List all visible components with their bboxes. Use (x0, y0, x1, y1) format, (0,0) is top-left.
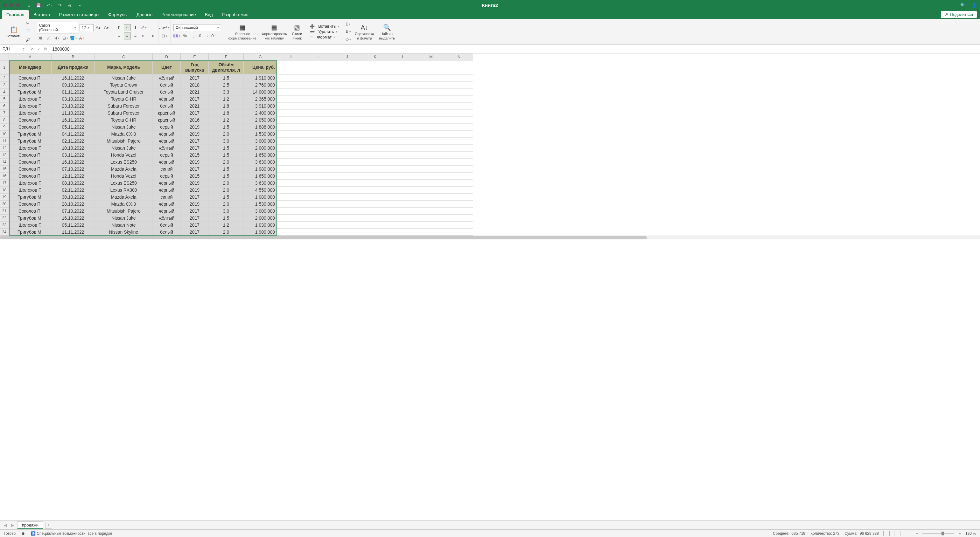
cell[interactable] (305, 229, 333, 236)
view-page-layout-icon[interactable] (894, 531, 900, 536)
cell[interactable]: жёлтый (153, 145, 181, 151)
cell[interactable] (389, 110, 417, 116)
row-header[interactable]: 23 (0, 221, 9, 229)
cell[interactable] (389, 186, 417, 194)
ribbon-tab[interactable]: Данные (132, 10, 157, 19)
cell[interactable]: чёрный (153, 137, 181, 145)
cell[interactable]: Nissan Juke (95, 215, 153, 221)
cell[interactable] (277, 180, 305, 186)
cell[interactable] (305, 96, 333, 102)
cell[interactable]: Mitsubishi Pajero (95, 137, 153, 145)
cell[interactable] (305, 172, 333, 180)
cell[interactable]: 1 650 000 (244, 151, 277, 159)
select-all-corner[interactable] (0, 54, 9, 61)
row-header[interactable]: 18 (0, 186, 9, 194)
cell[interactable]: Соколов П. (9, 75, 51, 81)
cell[interactable] (389, 201, 417, 207)
cell[interactable]: 2019 (181, 180, 209, 186)
cell[interactable] (333, 180, 361, 186)
wrap-text-icon[interactable]: ab↵▾ (161, 24, 168, 31)
save-icon[interactable]: 💾 (36, 3, 41, 8)
cell[interactable]: 3 630 000 (244, 180, 277, 186)
cell[interactable] (445, 194, 473, 201)
cell[interactable] (417, 207, 445, 215)
minimize-window[interactable] (10, 3, 13, 7)
cell[interactable]: Соколов П. (9, 124, 51, 131)
cell[interactable] (445, 124, 473, 131)
cell[interactable]: 2017 (181, 194, 209, 201)
cell[interactable]: чёрный (153, 159, 181, 166)
cell[interactable]: 08.10.2022 (51, 180, 95, 186)
cell[interactable]: 1 080 000 (244, 194, 277, 201)
cell[interactable]: 2,5 (209, 81, 244, 89)
cell[interactable]: Toyota C-HR (95, 96, 153, 102)
cell[interactable] (305, 215, 333, 221)
cell[interactable]: белый (153, 102, 181, 110)
cell[interactable] (361, 102, 389, 110)
cell[interactable] (361, 137, 389, 145)
cell[interactable] (389, 116, 417, 124)
cell[interactable]: 09.10.2022 (51, 81, 95, 89)
cell[interactable]: 2017 (181, 207, 209, 215)
cell[interactable] (417, 215, 445, 221)
cell[interactable]: 2,0 (209, 180, 244, 186)
row-header[interactable]: 12 (0, 145, 9, 151)
cell[interactable] (333, 89, 361, 96)
cell[interactable] (417, 151, 445, 159)
cell[interactable] (305, 89, 333, 96)
cell[interactable]: 07.10.2022 (51, 207, 95, 215)
cell[interactable] (333, 229, 361, 236)
cell[interactable]: 16.11.2022 (51, 75, 95, 81)
cell[interactable]: чёрный (153, 201, 181, 207)
cell[interactable] (305, 116, 333, 124)
cell[interactable] (417, 75, 445, 81)
cell[interactable] (445, 102, 473, 110)
cell[interactable] (389, 194, 417, 201)
cell[interactable]: 1,8 (209, 110, 244, 116)
cell[interactable] (305, 159, 333, 166)
autosum-icon[interactable]: Σ▾ (345, 21, 352, 28)
cell[interactable] (277, 124, 305, 131)
find-select-button[interactable]: 🔍Найти и выделить (377, 22, 397, 41)
cell[interactable] (361, 124, 389, 131)
cell[interactable]: Соколов П. (9, 159, 51, 166)
cell[interactable]: 2,0 (209, 201, 244, 207)
cell[interactable]: 2,0 (209, 186, 244, 194)
cell[interactable] (305, 180, 333, 186)
cancel-formula-icon[interactable]: ✕ (30, 46, 34, 51)
cell[interactable] (333, 124, 361, 131)
cell[interactable]: Соколов П. (9, 207, 51, 215)
cell[interactable] (277, 201, 305, 207)
cell[interactable] (333, 116, 361, 124)
cell[interactable]: Honda Vezel (95, 172, 153, 180)
cell[interactable]: 14 000 000 (244, 89, 277, 96)
cell[interactable] (305, 194, 333, 201)
increase-font-icon[interactable]: A▴ (95, 24, 102, 31)
cell[interactable]: синий (153, 194, 181, 201)
cell[interactable]: 1 530 000 (244, 131, 277, 137)
account-icon[interactable]: 👤 (972, 3, 977, 8)
undo-icon[interactable]: ↶▾ (47, 3, 52, 8)
cell[interactable]: Соколов П. (9, 151, 51, 159)
row-header[interactable]: 20 (0, 201, 9, 207)
cell[interactable] (277, 221, 305, 229)
cell[interactable] (361, 89, 389, 96)
cell[interactable] (417, 172, 445, 180)
cell[interactable] (417, 166, 445, 172)
cell[interactable]: чёрный (153, 96, 181, 102)
decrease-font-icon[interactable]: A▾ (103, 24, 110, 31)
column-header[interactable]: A (9, 54, 51, 61)
cell[interactable]: 1 910 000 (244, 75, 277, 81)
cell[interactable]: жёлтый (153, 215, 181, 221)
row-header[interactable]: 24 (0, 229, 9, 236)
cell[interactable] (333, 166, 361, 172)
horizontal-scrollbar[interactable] (0, 236, 980, 239)
increase-indent-icon[interactable]: ⇥ (149, 32, 156, 40)
cell[interactable] (389, 131, 417, 137)
row-header[interactable]: 8 (0, 116, 9, 124)
cell[interactable]: Subaru Forester (95, 102, 153, 110)
cell[interactable] (361, 172, 389, 180)
column-header[interactable]: C (95, 54, 153, 61)
cell[interactable] (417, 110, 445, 116)
cell[interactable]: Тригубов М. (9, 89, 51, 96)
